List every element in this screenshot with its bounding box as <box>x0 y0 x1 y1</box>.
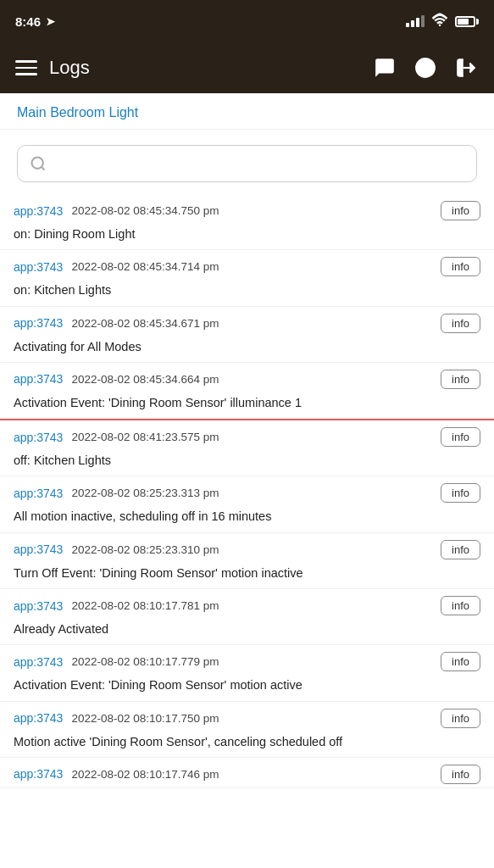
header-right <box>372 55 479 81</box>
help-button[interactable] <box>413 55 438 81</box>
log-time: 2022-08-02 08:25:23.313 pm <box>71 487 219 499</box>
log-message: Already Activated <box>0 619 494 644</box>
log-row: app:3743 2022-08-02 08:45:34.671 pm info <box>0 307 494 337</box>
log-meta: app:3743 2022-08-02 08:10:17.746 pm <box>14 767 441 781</box>
log-entry: app:3743 2022-08-02 08:10:17.746 pm info <box>0 758 494 788</box>
location-icon: ➤ <box>46 15 55 28</box>
log-app: app:3743 <box>14 767 63 781</box>
log-list: app:3743 2022-08-02 08:45:34.750 pm info… <box>0 194 494 788</box>
log-time: 2022-08-02 08:10:17.750 pm <box>71 712 219 725</box>
info-button[interactable]: info <box>441 483 480 503</box>
info-button[interactable]: info <box>441 540 480 559</box>
log-entry: app:3743 2022-08-02 08:10:17.779 pm info… <box>0 645 494 701</box>
log-row: app:3743 2022-08-02 08:25:23.313 pm info <box>0 476 494 506</box>
log-time: 2022-08-02 08:10:17.781 pm <box>71 599 219 612</box>
log-entry: app:3743 2022-08-02 08:41:23.575 pm info… <box>0 419 494 476</box>
search-icon <box>30 155 47 172</box>
svg-line-5 <box>42 167 45 170</box>
log-row: app:3743 2022-08-02 08:45:34.664 pm info <box>0 363 494 392</box>
log-row: app:3743 2022-08-02 08:45:34.714 pm info <box>0 250 494 280</box>
menu-button[interactable] <box>15 60 37 75</box>
log-app: app:3743 <box>14 204 63 218</box>
log-time: 2022-08-02 08:10:17.746 pm <box>71 768 219 781</box>
log-meta: app:3743 2022-08-02 08:45:34.664 pm <box>14 372 441 386</box>
log-message: Turn Off Event: 'Dining Room Sensor' mot… <box>0 563 494 588</box>
log-entry: app:3743 2022-08-02 08:45:34.750 pm info… <box>0 194 494 250</box>
log-row: app:3743 2022-08-02 08:10:17.781 pm info <box>0 589 494 619</box>
time-display: 8:46 <box>15 14 41 29</box>
info-button[interactable]: info <box>441 427 480 447</box>
battery-icon <box>455 16 479 27</box>
log-app: app:3743 <box>14 542 63 556</box>
log-app: app:3743 <box>14 260 63 274</box>
breadcrumb-bar: Main Bedroom Light <box>0 93 494 130</box>
logout-button[interactable] <box>453 55 479 81</box>
log-row: app:3743 2022-08-02 08:41:23.575 pm info <box>0 420 494 450</box>
log-message: on: Dining Room Light <box>0 224 494 249</box>
log-time: 2022-08-02 08:10:17.779 pm <box>71 655 219 668</box>
log-message: All motion inactive, scheduling off in 1… <box>0 506 494 531</box>
svg-point-4 <box>32 158 43 169</box>
log-entry: app:3743 2022-08-02 08:10:17.750 pm info… <box>0 702 494 758</box>
chat-button[interactable] <box>372 55 397 81</box>
log-meta: app:3743 2022-08-02 08:10:17.779 pm <box>14 655 441 669</box>
log-message: Activating for All Modes <box>0 337 494 362</box>
search-container <box>0 130 494 194</box>
status-left: 8:46 ➤ <box>15 14 55 29</box>
log-entry: app:3743 2022-08-02 08:10:17.781 pm info… <box>0 589 494 645</box>
log-entry: app:3743 2022-08-02 08:25:23.310 pm info… <box>0 533 494 589</box>
log-entry: app:3743 2022-08-02 08:45:34.664 pm info… <box>0 363 494 419</box>
log-time: 2022-08-02 08:45:34.671 pm <box>71 317 219 330</box>
info-button[interactable]: info <box>441 314 480 333</box>
log-entry: app:3743 2022-08-02 08:25:23.313 pm info… <box>0 476 494 532</box>
log-row: app:3743 2022-08-02 08:10:17.750 pm info <box>0 702 494 732</box>
breadcrumb-link[interactable]: Main Bedroom Light <box>17 105 138 120</box>
log-time: 2022-08-02 08:25:23.310 pm <box>71 543 219 556</box>
info-button[interactable]: info <box>441 765 480 784</box>
log-time: 2022-08-02 08:45:34.664 pm <box>71 373 219 386</box>
search-box <box>17 145 477 182</box>
log-message: on: Kitchen Lights <box>0 280 494 305</box>
info-button[interactable]: info <box>441 201 480 220</box>
log-meta: app:3743 2022-08-02 08:25:23.313 pm <box>14 487 441 500</box>
page-title: Logs <box>49 57 90 79</box>
info-button[interactable]: info <box>441 596 480 615</box>
status-right <box>406 13 479 31</box>
log-meta: app:3743 2022-08-02 08:45:34.671 pm <box>14 316 441 330</box>
wifi-icon <box>431 13 448 31</box>
log-time: 2022-08-02 08:45:34.750 pm <box>71 204 219 217</box>
log-entry: app:3743 2022-08-02 08:45:34.714 pm info… <box>0 250 494 306</box>
log-app: app:3743 <box>14 487 63 500</box>
info-button[interactable]: info <box>441 652 480 671</box>
info-button[interactable]: info <box>441 709 480 728</box>
log-time: 2022-08-02 08:45:34.714 pm <box>71 260 219 273</box>
log-message: Activation Event: 'Dining Room Sensor' m… <box>0 675 494 700</box>
log-app: app:3743 <box>14 316 63 330</box>
log-meta: app:3743 2022-08-02 08:25:23.310 pm <box>14 542 441 556</box>
log-row: app:3743 2022-08-02 08:10:17.779 pm info <box>0 645 494 675</box>
log-meta: app:3743 2022-08-02 08:10:17.750 pm <box>14 711 441 725</box>
log-app: app:3743 <box>14 599 63 613</box>
log-meta: app:3743 2022-08-02 08:45:34.714 pm <box>14 260 441 274</box>
signal-icon <box>406 15 425 27</box>
log-entry: app:3743 2022-08-02 08:45:34.671 pm info… <box>0 307 494 363</box>
status-bar: 8:46 ➤ <box>0 0 494 42</box>
search-input[interactable] <box>55 157 464 171</box>
log-row: app:3743 2022-08-02 08:45:34.750 pm info <box>0 194 494 224</box>
log-app: app:3743 <box>14 372 63 386</box>
log-meta: app:3743 2022-08-02 08:41:23.575 pm <box>14 431 441 444</box>
log-message: off: Kitchen Lights <box>0 450 494 476</box>
log-app: app:3743 <box>14 711 63 725</box>
log-message: Motion active 'Dining Room Sensor', canc… <box>0 732 494 757</box>
header-left: Logs <box>15 57 90 79</box>
log-meta: app:3743 2022-08-02 08:45:34.750 pm <box>14 204 441 218</box>
header: Logs <box>0 42 494 93</box>
log-time: 2022-08-02 08:41:23.575 pm <box>71 431 219 443</box>
log-row: app:3743 2022-08-02 08:10:17.746 pm info <box>0 758 494 787</box>
info-button[interactable]: info <box>441 257 480 276</box>
info-button[interactable]: info <box>441 370 480 389</box>
log-meta: app:3743 2022-08-02 08:10:17.781 pm <box>14 599 441 613</box>
svg-point-0 <box>439 24 441 26</box>
log-row: app:3743 2022-08-02 08:25:23.310 pm info <box>0 533 494 563</box>
log-app: app:3743 <box>14 655 63 669</box>
